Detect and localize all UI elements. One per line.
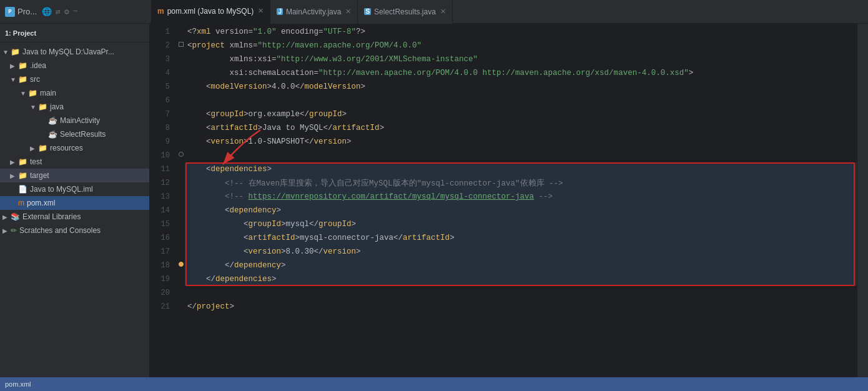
idea-folder-icon: 📁 (18, 61, 27, 70)
status-text: pom.xml (5, 380, 31, 388)
code-span: groupId (309, 110, 342, 119)
mainactivity-icon: ☕ (48, 116, 57, 125)
code-span: artifactId (333, 124, 380, 132)
code-span: > (244, 137, 249, 146)
tree-item-project-root[interactable]: ▼ 📁 Java to MySQL D:\JavaPr... (0, 45, 149, 59)
tree-item-test[interactable]: ▶ 📁 test (0, 155, 149, 169)
tab-pom-close[interactable]: ✕ (258, 7, 264, 15)
iml-icon: 📄 (18, 185, 27, 194)
tab-pom-icon: m (157, 7, 164, 16)
tree-item-iml[interactable]: 📄 Java to MySQL.iml (0, 182, 149, 196)
code-span: </ (225, 261, 234, 270)
code-span: </ (323, 124, 333, 132)
code-span (187, 110, 206, 119)
code-span: dependency (234, 261, 281, 270)
tree-item-ext-lib[interactable]: ▶ 📚 External Libraries (0, 210, 149, 224)
tree-area[interactable]: ▼ 📁 Java to MySQL D:\JavaPr... ▶ 📁 .idea… (0, 42, 149, 377)
tree-item-idea[interactable]: ▶ 📁 .idea (0, 59, 149, 72)
code-span: > (267, 82, 272, 91)
code-span: https://mvnrepository.com/artifact/mysql… (249, 192, 535, 201)
code-span (187, 55, 230, 64)
code-span: > (342, 110, 347, 119)
code-line-6 (185, 94, 857, 107)
code-span: version (323, 247, 357, 256)
src-label: src (30, 75, 40, 84)
code-line-21: </project> (185, 300, 857, 314)
tree-item-resources[interactable]: ▶ 📁 resources (0, 141, 149, 155)
code-span: > (380, 124, 385, 132)
title-icons: 🌐 ⇄ ⚙ − (42, 7, 77, 17)
tab-mainactivity[interactable]: J MainActivity.java ✕ (270, 0, 358, 24)
code-span: < (206, 165, 211, 174)
project-name: Pro... (17, 7, 37, 16)
tab-main-label: MainActivity.java (286, 7, 341, 16)
arrows-icon[interactable]: ⇄ (56, 7, 61, 17)
line-numbers: 1 2 3 4 5 6 7 8 9 10 11 12 13 14 15 16 1… (150, 24, 175, 377)
tree-item-pom[interactable]: m pom.xml (0, 196, 149, 210)
code-span: > (267, 165, 272, 174)
title-bar-left: P Pro... 🌐 ⇄ ⚙ − (5, 7, 149, 17)
selectresults-label: SelectResults (60, 130, 106, 139)
ln-15: 15 (150, 217, 170, 231)
tab-pom-label: pom.xml (Java to MySQL) (167, 7, 254, 16)
code-span: > (230, 302, 235, 311)
title-bar: P Pro... 🌐 ⇄ ⚙ − m pom.xml (Java to MySQ… (0, 0, 868, 24)
resources-folder-icon: 📁 (38, 144, 47, 152)
tree-item-scratches[interactable]: ▶ ✏ Scratches and Consoles (0, 224, 149, 237)
code-span (187, 261, 225, 270)
code-line-5: <modelVersion>4.0.0</modelVersion> (185, 80, 857, 94)
tree-item-mainactivity[interactable]: ☕ MainActivity (0, 114, 149, 127)
code-span: xmlns:xsi= (230, 55, 277, 64)
ln-4: 4 (150, 66, 170, 80)
code-span: artifactId (403, 234, 450, 242)
code-span: > (361, 82, 366, 91)
code-content[interactable]: <?xml version="1.0" encoding="UTF-8"?> <… (185, 24, 857, 377)
target-folder-icon: 📁 (18, 171, 27, 180)
scratches-label: Scratches and Consoles (19, 226, 101, 235)
tree-item-java[interactable]: ▼ 📁 java (0, 100, 149, 114)
code-line-14: <dependency> (185, 204, 857, 217)
code-container[interactable]: 1 2 3 4 5 6 7 8 9 10 11 12 13 14 15 16 1… (150, 24, 857, 377)
code-span: --> (534, 192, 553, 201)
code-span: "http://maven.apache.org/POM/4.0.0 http:… (318, 69, 689, 77)
ln-20: 20 (150, 286, 170, 300)
pom-label: pom.xml (27, 199, 55, 207)
code-span (187, 234, 244, 242)
main-label: main (40, 89, 56, 97)
globe-icon[interactable]: 🌐 (42, 7, 52, 17)
bottom-bar: pom.xml (0, 377, 868, 391)
code-span: mysql (286, 220, 310, 229)
code-span: 1.0-SNAPSHOT (249, 137, 305, 146)
code-span: > (295, 234, 300, 242)
minimize-icon[interactable]: − (73, 7, 78, 17)
code-span: xsi:schemaLocation= (230, 69, 319, 77)
project-folder-icon: 📁 (11, 47, 20, 56)
code-line-7: <groupId>org.example</groupId> (185, 107, 857, 121)
code-span: dependency (230, 206, 277, 215)
tree-item-selectresults[interactable]: ☕ SelectResults (0, 127, 149, 141)
code-span: "1.0" (253, 27, 277, 36)
tab-bar: m pom.xml (Java to MySQL) ✕ J MainActivi… (151, 0, 863, 24)
ln-5: 5 (150, 80, 170, 94)
tab-select-close[interactable]: ✕ (440, 7, 446, 16)
tab-pom[interactable]: m pom.xml (Java to MySQL) ✕ (151, 0, 270, 24)
code-span: > (347, 137, 352, 146)
ln-8: 8 (150, 121, 170, 135)
settings-icon[interactable]: ⚙ (64, 7, 69, 17)
code-span: version (249, 247, 282, 256)
code-line-8: <artifactId>Java to MySQL</artifactId> (185, 121, 857, 135)
tree-item-src[interactable]: ▼ 📁 src (0, 72, 149, 86)
tree-item-target[interactable]: ▶ 📁 target (0, 169, 149, 182)
right-panel (857, 24, 868, 377)
code-span: </ (187, 302, 197, 311)
code-span: </ (305, 137, 314, 146)
code-span: < (206, 82, 211, 91)
code-span: "http://maven.apache.org/POM/4.0.0" (258, 41, 422, 50)
tab-main-close[interactable]: ✕ (345, 7, 351, 16)
tree-item-main[interactable]: ▼ 📁 main (0, 86, 149, 100)
arrow-target: ▶ (10, 172, 16, 179)
code-span: > (356, 247, 361, 256)
arrow-ext-lib: ▶ (2, 214, 9, 220)
tab-select-label: SelectResults.java (374, 7, 436, 16)
tab-selectresults[interactable]: S SelectResults.java ✕ (358, 0, 452, 24)
